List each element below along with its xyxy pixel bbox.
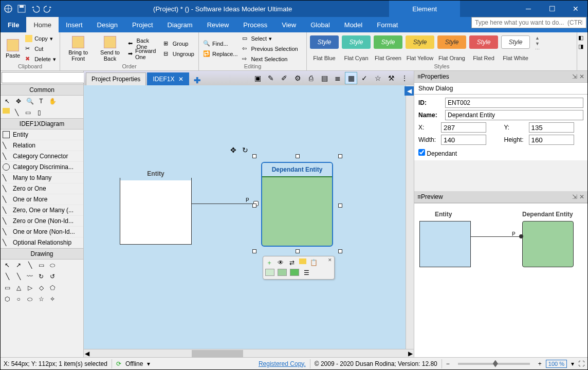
style-flat-orange[interactable]: Style <box>437 35 466 49</box>
style-more[interactable]: ⋯ <box>535 47 540 52</box>
tool-zero-or-one[interactable]: ╲Zero or One <box>1 183 83 194</box>
pin-icon[interactable]: ⇲ <box>572 193 577 200</box>
tool-category-discriminator[interactable]: Category Discrimina... <box>1 162 83 173</box>
pointer-tool-icon[interactable]: ↖ <box>3 97 12 106</box>
collapse-right-panel-icon[interactable]: ◀ <box>405 86 414 96</box>
menu-model[interactable]: Model <box>337 17 370 32</box>
menu-file[interactable]: File <box>1 17 26 32</box>
toolbar-edit-icon[interactable]: ✎ <box>265 72 277 84</box>
style-flat-yellow[interactable]: Style <box>406 35 434 49</box>
move-tool-icon[interactable]: ✥ <box>14 97 23 106</box>
rect-tool-icon[interactable]: ▭ <box>23 108 32 117</box>
clipboard-icon[interactable]: 📋 <box>309 258 318 267</box>
toolbar-form-icon[interactable]: ▤ <box>318 72 330 84</box>
toolbar-config-icon[interactable]: ⚒ <box>385 72 397 84</box>
style-flat-red[interactable]: Style <box>469 35 498 49</box>
group-button[interactable]: ⊞Group <box>162 39 195 48</box>
zoom-level[interactable]: 100 % <box>546 360 567 368</box>
close-pane-icon[interactable]: ✕ <box>579 193 584 200</box>
id-field[interactable] <box>445 98 583 108</box>
style-flat-blue[interactable]: Style <box>310 35 339 49</box>
menu-view[interactable]: View <box>274 17 303 32</box>
menu-diagram[interactable]: Diagram <box>160 17 200 32</box>
tool-zero-or-one-nonid[interactable]: ╲Zero or One (Non-Id... <box>1 216 83 227</box>
tab-idef1x[interactable]: IDEF1X✕ <box>147 72 189 85</box>
resize-handle[interactable] <box>252 154 256 158</box>
ungroup-button[interactable]: ⊟Ungroup <box>162 49 195 59</box>
fullscreen-icon[interactable]: ⛶ <box>578 360 584 367</box>
registered-link[interactable]: Registered Copy. <box>259 360 306 367</box>
style-flat-white[interactable]: Style <box>501 35 530 49</box>
resize-handle[interactable] <box>296 154 300 158</box>
menu-format[interactable]: Format <box>370 17 405 32</box>
color-swatch-medium[interactable] <box>278 269 287 276</box>
send-to-back-button[interactable]: Send to Back <box>95 33 124 64</box>
ribbon-help-icon[interactable]: ◨ <box>578 43 586 50</box>
tab-project-properties[interactable]: Project Properties <box>86 72 146 85</box>
menu-global[interactable]: Global <box>303 17 337 32</box>
y-field[interactable] <box>529 122 574 133</box>
x-field[interactable] <box>441 122 486 133</box>
tool-relation[interactable]: ╲Relation <box>1 140 83 151</box>
cut-button[interactable]: ✂Cut <box>24 44 57 53</box>
quick-toolbar-close-icon[interactable]: ✕ <box>328 257 332 263</box>
menu-design[interactable]: Design <box>90 17 125 32</box>
forward-one-button[interactable]: ➡Forward One <box>127 49 160 59</box>
resize-handle[interactable] <box>252 249 256 253</box>
back-one-button[interactable]: ⬅Back One <box>127 39 160 48</box>
toolbar-layers-icon[interactable]: ≣ <box>332 72 344 84</box>
zoom-slider[interactable] <box>458 363 530 365</box>
style-flat-green[interactable]: Style <box>374 35 402 49</box>
tool-zero-one-or-many[interactable]: ╲Zero, One or Many (... <box>1 205 83 216</box>
entity-box[interactable]: Entity <box>120 178 192 245</box>
tool-optional-relationship[interactable]: ╲Optional Relationship <box>1 237 83 248</box>
copy-button[interactable]: Copy ▾ <box>24 34 57 43</box>
zoom-out-button[interactable]: − <box>446 360 450 367</box>
toolbar-print-icon[interactable]: ⎙ <box>305 72 317 84</box>
style-scroll-up[interactable]: ▲ <box>535 35 540 41</box>
toolbar-favorites-icon[interactable]: ☆ <box>372 72 384 84</box>
toolbar-more-icon[interactable]: ⋮ <box>398 72 411 84</box>
find-button[interactable]: 🔍Find... <box>202 39 239 48</box>
common-header[interactable]: Common <box>1 84 83 96</box>
undo-icon[interactable] <box>30 4 40 13</box>
resize-handle[interactable] <box>296 249 300 253</box>
color-swatch-light[interactable] <box>265 269 274 276</box>
toolbar-icon-1[interactable]: ▣ <box>251 72 264 84</box>
menu-project[interactable]: Project <box>125 17 160 32</box>
line-tool-icon[interactable]: ╲ <box>12 108 21 117</box>
container-tool-icon[interactable]: ▯ <box>34 108 44 117</box>
next-selection-button[interactable]: ⇨Next Selection <box>241 54 299 64</box>
tool-many-to-many[interactable]: ╲Many to Many <box>1 173 83 183</box>
toolbar-gear-icon[interactable]: ⚙ <box>291 72 304 84</box>
style-flat-cyan[interactable]: Style <box>342 35 371 49</box>
horizontal-scrollbar[interactable]: ◀▶ <box>84 349 414 357</box>
toolbox-search-input[interactable] <box>2 72 89 83</box>
show-dialog-link[interactable]: Show Dialog <box>418 85 453 92</box>
replace-button[interactable]: 🔁Replace... <box>202 49 239 59</box>
resize-handle[interactable] <box>338 203 342 208</box>
element-context-button[interactable]: Element <box>389 1 460 17</box>
select-button[interactable]: ▭Select ▾ <box>241 34 299 43</box>
rotate-handle-icon[interactable]: ↻ <box>242 146 248 154</box>
relation-line[interactable] <box>192 203 259 204</box>
status-offline[interactable]: Offline <box>125 360 143 367</box>
zoom-in-button[interactable]: + <box>538 360 542 367</box>
list-icon[interactable]: ☰ <box>302 269 310 277</box>
minimize-button[interactable]: ─ <box>517 1 540 17</box>
zoom-tool-icon[interactable]: 🔍 <box>25 97 34 106</box>
vertical-scrollbar[interactable] <box>406 85 414 349</box>
tool-one-or-more[interactable]: ╲One or More <box>1 194 83 205</box>
drawing-header[interactable]: Drawing <box>1 248 83 260</box>
move-handle-icon[interactable]: ✥ <box>230 146 236 154</box>
connect-icon[interactable]: ⇄ <box>288 258 296 267</box>
idef-header[interactable]: IDEF1XDiagram <box>1 118 83 130</box>
delete-button[interactable]: ✖Delete ▾ <box>24 54 57 64</box>
menu-home[interactable]: Home <box>26 17 59 32</box>
width-field[interactable] <box>441 135 486 145</box>
resize-handle[interactable] <box>338 249 342 253</box>
bring-to-front-button[interactable]: Bring to Front <box>63 33 93 64</box>
prev-selection-button[interactable]: ⇦Previous Selection <box>241 44 299 53</box>
close-button[interactable]: ✕ <box>564 1 587 17</box>
tool-one-or-more-nonid[interactable]: ╲One or More (Non-Id... <box>1 227 83 237</box>
